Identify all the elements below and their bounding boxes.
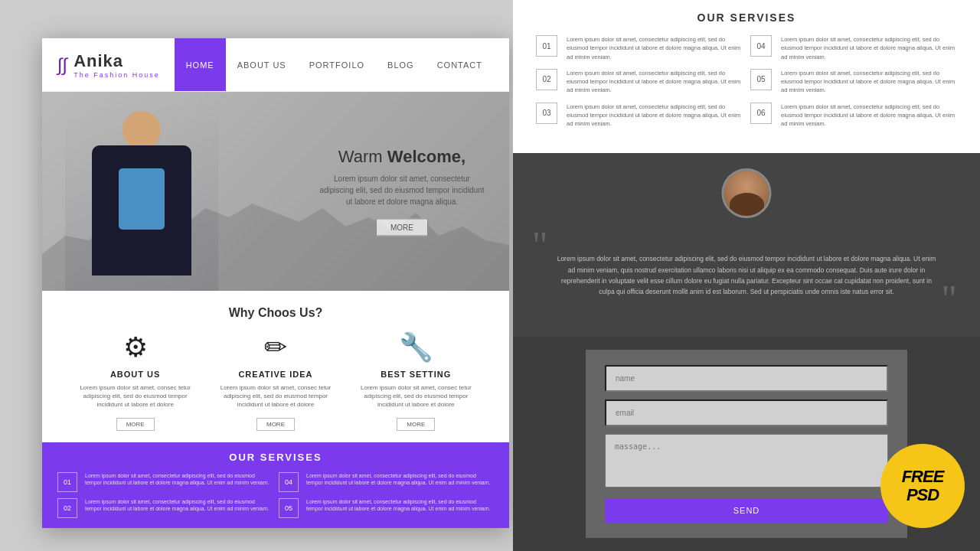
- service-top-text-01: Lorem ipsum dolor sit amet, consectetur …: [567, 35, 743, 61]
- service-text-04: Lorem ipsum dolor sit amet, consectetur …: [306, 472, 494, 487]
- service-num-02: 02: [57, 498, 77, 518]
- right-panel: OUR SERVISES 01 Lorem ipsum dolor sit am…: [513, 0, 980, 551]
- person-body: [92, 145, 191, 276]
- service-text-01: Lorem ipsum dolor sit amet, consectetur …: [85, 472, 273, 487]
- why-setting-desc: Lorem ipsum dolor sit amet, consec tetur…: [353, 383, 479, 409]
- logo-icon: ∫∫: [57, 54, 67, 76]
- site-nav: HOME ABOUT US PORTFOILO BLOG CONTACT: [175, 38, 494, 91]
- service-top-text-03: Lorem ipsum dolor sit amet, consectetur …: [567, 103, 743, 129]
- services-section-left: OUR SERVISES 01 Lorem ipsum dolor sit am…: [42, 442, 509, 528]
- gear-icon: ⚙: [72, 331, 198, 364]
- why-creative-title: CREATIVE IDEA: [212, 370, 338, 379]
- service-top-num-05: 05: [750, 69, 772, 90]
- service-item-02: 02 Lorem ipsum dolor sit amet, consectet…: [57, 498, 273, 518]
- hero-welcome-bold: Welcome,: [387, 147, 466, 166]
- service-item-01: 01 Lorem ipsum dolor sit amet, consectet…: [57, 472, 273, 492]
- services-grid-left: 01 Lorem ipsum dolor sit amet, consectet…: [57, 472, 494, 518]
- hero-description: Lorem ipsum dolor sit amet, consectetur …: [318, 173, 486, 207]
- nav-contact[interactable]: CONTACT: [426, 38, 494, 91]
- nav-about[interactable]: ABOUT US: [226, 38, 298, 91]
- service-top-01: 01 Lorem ipsum dolor sit amet, consectet…: [536, 35, 743, 61]
- testimonial-avatar: [722, 168, 772, 218]
- service-top-num-06: 06: [750, 103, 772, 124]
- service-item-05: 05 Lorem ipsum dolor sit amet, consectet…: [279, 498, 494, 518]
- service-top-num-04: 04: [750, 35, 772, 57]
- services-title-left: OUR SERVISES: [57, 452, 494, 463]
- send-button[interactable]: SEND: [605, 498, 888, 523]
- service-top-text-04: Lorem ipsum dolor sit amet, consectetur …: [781, 35, 957, 61]
- services-top-section: OUR SERVISES 01 Lorem ipsum dolor sit am…: [513, 0, 980, 153]
- service-top-text-06: Lorem ipsum dolor sit amet, consectetur …: [781, 103, 957, 129]
- contact-form: SEND: [586, 350, 907, 538]
- person-head: [122, 111, 161, 149]
- main-wrapper: ∫∫ Anika The Fashion House HOME ABOUT US…: [0, 0, 980, 551]
- service-top-num-01: 01: [536, 35, 557, 57]
- service-top-num-03: 03: [536, 103, 557, 124]
- testimonial-text: Lorem ipsum dolor sit amet, consectetur …: [555, 253, 938, 298]
- free-psd-text: FREEPSD: [902, 468, 944, 504]
- why-creative-button[interactable]: MORE: [256, 418, 295, 431]
- brand-tagline: The Fashion House: [74, 71, 160, 79]
- service-text-02: Lorem ipsum dolor sit amet, consectetur …: [85, 498, 273, 514]
- name-input[interactable]: [605, 365, 888, 392]
- why-about-desc: Lorem ipsum dolor sit amet, consec tetur…: [72, 383, 198, 409]
- why-items-container: ⚙ ABOUT US Lorem ipsum dolor sit amet, c…: [65, 331, 486, 431]
- why-choose-section: Why Choos Us? ⚙ ABOUT US Lorem ipsum dol…: [42, 291, 509, 442]
- why-item-about: ⚙ ABOUT US Lorem ipsum dolor sit amet, c…: [72, 331, 198, 431]
- website-mockup: ∫∫ Anika The Fashion House HOME ABOUT US…: [42, 38, 509, 528]
- why-about-title: ABOUT US: [72, 370, 198, 379]
- hero-more-button[interactable]: MORE: [376, 219, 428, 236]
- free-psd-badge: FREEPSD: [880, 444, 965, 528]
- service-top-03: 03 Lorem ipsum dolor sit amet, consectet…: [536, 103, 743, 129]
- hero-welcome: Warm Welcome,: [318, 147, 486, 167]
- service-item-04: 04 Lorem ipsum dolor sit amet, consectet…: [279, 472, 494, 492]
- service-num-01: 01: [57, 472, 77, 492]
- site-logo: ∫∫ Anika The Fashion House: [57, 51, 160, 79]
- hero-section: Warm Welcome, Lorem ipsum dolor sit amet…: [42, 92, 509, 291]
- nav-portfolio[interactable]: PORTFOILO: [298, 38, 376, 91]
- service-top-05: 05 Lorem ipsum dolor sit amet, consectet…: [750, 69, 957, 95]
- service-top-num-02: 02: [536, 69, 557, 90]
- service-num-04: 04: [279, 472, 299, 492]
- service-top-02: 02 Lorem ipsum dolor sit amet, consectet…: [536, 69, 743, 95]
- why-creative-desc: Lorem ipsum dolor sit amet, consec tetur…: [212, 383, 338, 409]
- testimonial-section: " Lorem ipsum dolor sit amet, consectetu…: [513, 153, 980, 337]
- service-top-text-05: Lorem ipsum dolor sit amet, consectetur …: [781, 69, 957, 95]
- nav-blog[interactable]: BLOG: [376, 38, 426, 91]
- service-top-06: 06 Lorem ipsum dolor sit amet, consectet…: [750, 103, 957, 129]
- services-top-title: OUR SERVISES: [536, 11, 957, 24]
- hero-person: [65, 99, 218, 291]
- why-choose-title: Why Choos Us?: [65, 306, 486, 320]
- services-top-grid: 01 Lorem ipsum dolor sit amet, consectet…: [536, 35, 957, 128]
- quote-right-icon: ": [942, 279, 957, 318]
- site-header: ∫∫ Anika The Fashion House HOME ABOUT US…: [42, 38, 509, 92]
- pencil-icon: ✏: [212, 331, 338, 364]
- why-setting-button[interactable]: MORE: [397, 418, 435, 431]
- why-item-setting: 🔧 BEST SETTING Lorem ipsum dolor sit ame…: [353, 331, 479, 431]
- brand-name: Anika: [74, 51, 160, 71]
- service-num-05: 05: [279, 498, 299, 518]
- hero-text: Warm Welcome, Lorem ipsum dolor sit amet…: [318, 147, 486, 236]
- nav-home[interactable]: HOME: [175, 38, 226, 91]
- person-silhouette: [80, 107, 203, 291]
- avatar-face: [724, 171, 769, 216]
- wrench-icon: 🔧: [353, 331, 479, 364]
- message-textarea[interactable]: [605, 434, 888, 487]
- service-top-text-02: Lorem ipsum dolor sit amet, consectetur …: [567, 69, 743, 95]
- logo-text-block: Anika The Fashion House: [74, 51, 160, 79]
- why-setting-title: BEST SETTING: [353, 370, 479, 379]
- quote-left-icon: ": [532, 226, 547, 264]
- person-shirt: [119, 168, 165, 230]
- why-item-creative: ✏ CREATIVE IDEA Lorem ipsum dolor sit am…: [212, 331, 338, 431]
- why-about-button[interactable]: MORE: [116, 418, 155, 431]
- left-panel: ∫∫ Anika The Fashion House HOME ABOUT US…: [0, 0, 513, 551]
- service-text-05: Lorem ipsum dolor sit amet, consectetur …: [306, 498, 494, 514]
- email-input[interactable]: [605, 399, 888, 426]
- service-top-04: 04 Lorem ipsum dolor sit amet, consectet…: [750, 35, 957, 61]
